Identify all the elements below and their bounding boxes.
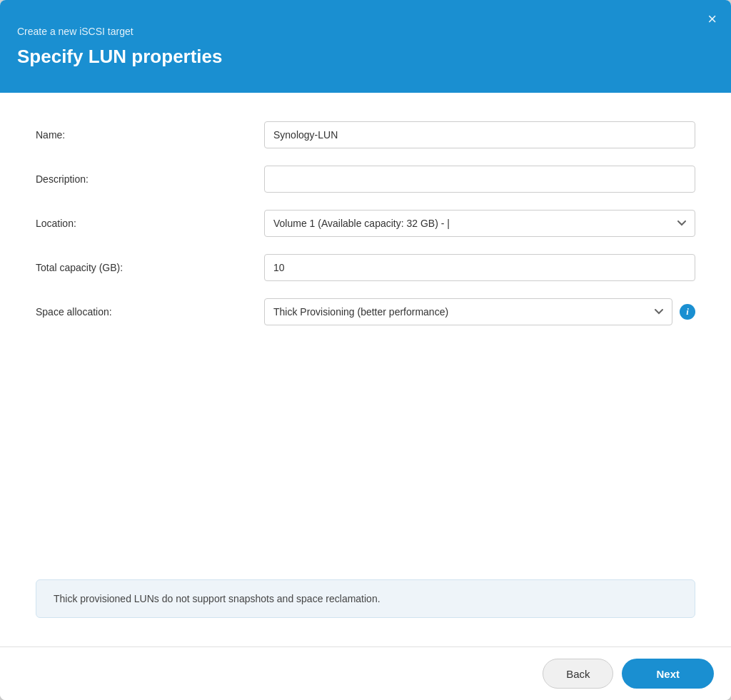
dialog-window: Create a new iSCSI target Specify LUN pr… [0, 0, 731, 700]
dialog-header: Create a new iSCSI target Specify LUN pr… [0, 0, 731, 93]
location-label: Location: [36, 218, 264, 229]
space-row: Space allocation: Thick Provisioning (be… [36, 298, 695, 325]
next-button[interactable]: Next [622, 659, 714, 689]
description-input[interactable] [264, 166, 695, 193]
capacity-input[interactable] [264, 254, 695, 281]
name-control-wrap [264, 121, 695, 148]
dialog-step-title: Specify LUN properties [17, 46, 714, 68]
space-label: Space allocation: [36, 306, 264, 318]
close-button[interactable]: × [707, 11, 717, 27]
description-control-wrap [264, 166, 695, 193]
location-select[interactable]: Volume 1 (Available capacity: 32 GB) - | [264, 210, 695, 237]
info-notice: Thick provisioned LUNs do not support sn… [36, 579, 695, 618]
dialog-body: Name: Description: Location: Volume 1 (A… [0, 93, 731, 646]
name-label: Name: [36, 129, 264, 141]
capacity-control-wrap [264, 254, 695, 281]
location-control-wrap: Volume 1 (Available capacity: 32 GB) - | [264, 210, 695, 237]
space-select[interactable]: Thick Provisioning (better performance) … [264, 298, 672, 325]
location-row: Location: Volume 1 (Available capacity: … [36, 210, 695, 237]
capacity-label: Total capacity (GB): [36, 262, 264, 273]
dialog-window-title: Create a new iSCSI target [17, 26, 714, 37]
form-area: Name: Description: Location: Volume 1 (A… [36, 121, 695, 579]
info-icon[interactable]: i [680, 304, 695, 320]
description-row: Description: [36, 166, 695, 193]
name-input[interactable] [264, 121, 695, 148]
description-label: Description: [36, 173, 264, 185]
space-control-wrap: Thick Provisioning (better performance) … [264, 298, 695, 325]
capacity-row: Total capacity (GB): [36, 254, 695, 281]
back-button[interactable]: Back [543, 659, 613, 689]
name-row: Name: [36, 121, 695, 148]
dialog-footer: Back Next [0, 646, 731, 700]
